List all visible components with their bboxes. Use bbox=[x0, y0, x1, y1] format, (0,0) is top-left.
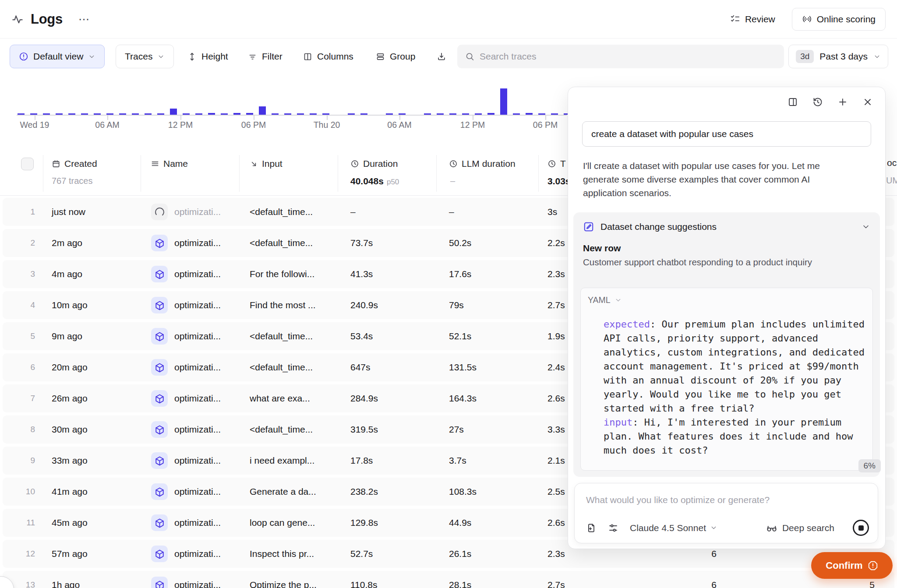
cell-created: 9m ago bbox=[52, 331, 82, 342]
group-rows-icon bbox=[376, 52, 385, 61]
axis-tick-label: 06 PM bbox=[241, 120, 266, 130]
axis-tick bbox=[107, 115, 108, 120]
row-number: 2 bbox=[18, 238, 35, 248]
cell-llm-duration: 52.1s bbox=[449, 331, 471, 342]
format-selector[interactable]: YAML bbox=[588, 295, 865, 305]
search-icon bbox=[465, 52, 474, 61]
chat-composer[interactable]: What would you like to optimize or gener… bbox=[574, 483, 878, 543]
assistant-panel: I'll create a dataset with popular use c… bbox=[568, 87, 886, 549]
cell-ttft: 2.1s bbox=[547, 455, 565, 466]
cell-input: Generate a da... bbox=[250, 486, 316, 497]
overflow-menu-button[interactable]: ⋯ bbox=[78, 17, 91, 21]
settings-icon[interactable] bbox=[608, 523, 618, 533]
review-button[interactable]: Review bbox=[725, 10, 780, 29]
filter-button[interactable]: Filter bbox=[248, 45, 283, 68]
trace-box-icon bbox=[151, 266, 168, 282]
online-scoring-button[interactable]: Online scoring bbox=[792, 8, 886, 31]
column-header-duration[interactable]: Duration bbox=[350, 158, 398, 169]
suggestions-title: Dataset change suggestions bbox=[600, 222, 717, 232]
clock-icon bbox=[449, 159, 458, 168]
activity-icon bbox=[11, 13, 24, 25]
ttft-p50: 3.03s bbox=[547, 176, 571, 187]
model-selector[interactable]: Claude 4.5 Sonnet bbox=[630, 523, 717, 533]
column-header-created[interactable]: Created bbox=[52, 158, 97, 169]
clock-icon bbox=[547, 159, 556, 168]
object-type-selector[interactable]: Traces bbox=[116, 45, 174, 68]
select-all-checkbox[interactable] bbox=[21, 158, 34, 170]
cell-duration: 238.2s bbox=[350, 486, 378, 497]
close-icon[interactable] bbox=[862, 97, 873, 107]
column-header-name[interactable]: Name bbox=[151, 158, 188, 169]
columns-button[interactable]: Columns bbox=[303, 45, 353, 68]
chat-title-input[interactable] bbox=[582, 121, 871, 147]
page-header: Logs ⋯ Review Online scoring bbox=[0, 0, 897, 39]
clock-icon bbox=[350, 159, 359, 168]
chevron-down-icon bbox=[157, 53, 165, 60]
axis-tick bbox=[473, 115, 473, 120]
cell-ttft: 3.3s bbox=[547, 424, 565, 435]
view-selector[interactable]: Default view bbox=[10, 45, 105, 68]
cell-name: optimizati... bbox=[174, 207, 221, 217]
yaml-entry: expected: Our premium plan includes unli… bbox=[604, 317, 865, 415]
cell-extra-2: 5 bbox=[852, 580, 892, 588]
column-header-llm-duration[interactable]: LLM duration bbox=[449, 158, 516, 169]
histogram-bar[interactable] bbox=[500, 88, 507, 115]
trace-box-icon bbox=[151, 577, 168, 588]
cell-duration: – bbox=[350, 207, 356, 217]
cell-name: optimizati... bbox=[174, 486, 221, 497]
change-type-label: New row bbox=[583, 243, 870, 254]
cell-created: 26m ago bbox=[52, 393, 88, 404]
trace-box-icon bbox=[151, 546, 168, 562]
progress-badge: 6% bbox=[858, 459, 881, 472]
axis-tick-label: 06 AM bbox=[95, 120, 119, 130]
table-toolbar: Default view Traces Height Filter Column… bbox=[0, 45, 897, 69]
cell-ttft: 2.3s bbox=[547, 549, 565, 559]
assistant-message: I'll create a dataset with popular use c… bbox=[583, 159, 843, 200]
cell-name: optimizati... bbox=[174, 393, 221, 404]
confirm-button[interactable]: Confirm bbox=[811, 552, 893, 579]
row-height-button[interactable]: Height bbox=[187, 45, 228, 68]
cell-ttft: 2.6s bbox=[547, 518, 565, 528]
axis-tick bbox=[399, 115, 400, 120]
time-range-selector[interactable]: 3d Past 3 days bbox=[788, 45, 888, 68]
stop-generation-button[interactable] bbox=[853, 520, 869, 536]
cell-input: i need exampl... bbox=[250, 455, 314, 466]
cell-duration: 647s bbox=[350, 362, 371, 373]
cell-created: 57m ago bbox=[52, 549, 88, 559]
export-button[interactable] bbox=[437, 45, 446, 68]
deep-search-toggle[interactable]: Deep search bbox=[766, 522, 834, 534]
row-number: 3 bbox=[18, 269, 35, 279]
chevron-down-icon bbox=[873, 53, 881, 60]
cell-llm-duration: 3.7s bbox=[449, 455, 466, 466]
row-number: 6 bbox=[18, 363, 35, 372]
attach-file-icon[interactable] bbox=[586, 523, 597, 533]
column-header-input[interactable]: Input bbox=[250, 158, 283, 169]
cell-name: optimizati... bbox=[174, 362, 221, 373]
histogram-bar[interactable] bbox=[259, 106, 266, 115]
column-header-ttft-truncated[interactable]: T bbox=[547, 158, 566, 169]
cell-duration: 53.4s bbox=[350, 331, 373, 342]
duration-p50: 40.048sp50 bbox=[350, 176, 399, 187]
histogram-bar[interactable] bbox=[170, 109, 177, 115]
cell-ttft: 2.3s bbox=[547, 269, 565, 279]
download-icon bbox=[437, 52, 446, 61]
cell-name: optimizati... bbox=[174, 549, 221, 559]
suggestions-header[interactable]: Dataset change suggestions bbox=[580, 219, 873, 234]
trace-box-icon bbox=[151, 359, 168, 376]
page-title: Logs bbox=[31, 11, 63, 27]
cell-llm-duration: 26.1s bbox=[449, 549, 471, 559]
panel-layout-icon[interactable] bbox=[788, 97, 798, 107]
cell-input: <default_time... bbox=[250, 238, 313, 248]
cell-ttft: 2.2s bbox=[547, 238, 565, 248]
cell-created: 30m ago bbox=[52, 424, 88, 435]
group-button[interactable]: Group bbox=[376, 45, 415, 68]
search-input[interactable] bbox=[480, 51, 776, 62]
new-chat-icon[interactable] bbox=[837, 97, 848, 107]
composer-placeholder: What would you like to optimize or gener… bbox=[586, 495, 770, 505]
history-icon[interactable] bbox=[812, 97, 823, 107]
cell-duration: 319.5s bbox=[350, 424, 378, 435]
table-row[interactable]: 131h agooptimizati...Optimize the p...11… bbox=[3, 571, 894, 588]
octagon-alert-icon bbox=[868, 560, 878, 571]
axis-tick bbox=[545, 115, 546, 120]
cell-input: For the followi... bbox=[250, 269, 314, 279]
